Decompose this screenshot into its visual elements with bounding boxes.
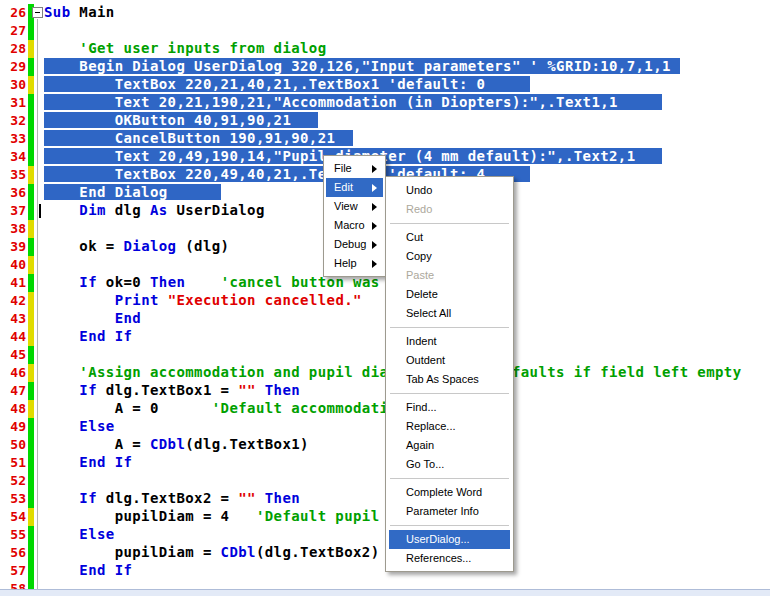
code-line: 31 Text 20,21,190,21,"Accommodation (in … [0, 94, 770, 112]
line-number: 44 [0, 328, 26, 346]
change-indicator-bar [28, 436, 34, 454]
menu-item-find[interactable]: Find... [389, 398, 510, 417]
line-number: 52 [0, 472, 26, 490]
line-number: 50 [0, 436, 26, 454]
menu-separator [388, 474, 511, 483]
line-number: 39 [0, 238, 26, 256]
code-text[interactable]: A = CDbl(dlg.TextBox1) [44, 436, 309, 454]
basic-editor-window: 26Sub Main2728 'Get user inputs from dia… [0, 0, 770, 596]
change-indicator-bar [28, 328, 34, 346]
menu-item-delete[interactable]: Delete [389, 285, 510, 304]
submenu-arrow-icon [372, 184, 377, 192]
menu-separator [388, 521, 511, 530]
menu-item-view[interactable]: View [326, 197, 383, 216]
menu-item-label: Find... [406, 401, 437, 413]
menu-item-label: Macro [334, 219, 365, 231]
menu-item-help[interactable]: Help [326, 254, 383, 273]
code-text[interactable]: OKButton 40,91,90,21 [44, 112, 318, 130]
change-indicator-bar [28, 220, 34, 238]
menu-separator [388, 219, 511, 228]
menu-item-copy[interactable]: Copy [389, 247, 510, 266]
change-indicator-bar [28, 202, 34, 220]
menu-item-select-all[interactable]: Select All [389, 304, 510, 323]
code-text[interactable]: Else [44, 418, 115, 436]
change-indicator-bar [28, 76, 34, 94]
change-indicator-bar [28, 130, 34, 148]
code-text[interactable]: ok = Dialog (dlg) [44, 238, 229, 256]
code-text[interactable]: Sub Main [44, 4, 115, 22]
change-indicator-bar [28, 94, 34, 112]
menu-item-outdent[interactable]: Outdent [389, 351, 510, 370]
menu-item-paste[interactable]: Paste [389, 266, 510, 285]
change-indicator-bar [28, 526, 34, 544]
menu-item-label: Delete [406, 288, 438, 300]
menu-item-file[interactable]: File [326, 159, 383, 178]
code-text[interactable]: TextBox 220,21,40,21,.TextBox1 'default:… [44, 76, 530, 94]
code-text[interactable]: Else [44, 526, 115, 544]
code-text[interactable]: Text 20,21,190,21,"Accommodation (in Dio… [44, 94, 662, 112]
code-text[interactable]: A = 0 'Default accommodation [44, 400, 406, 418]
menu-item-complete-word[interactable]: Complete Word [389, 483, 510, 502]
change-indicator-bar [28, 382, 34, 400]
code-text[interactable]: If dlg.TextBox1 = "" Then [44, 382, 300, 400]
menu-item-cut[interactable]: Cut [389, 228, 510, 247]
code-text[interactable]: Begin Dialog UserDialog 320,126,"Input p… [44, 58, 680, 76]
line-number: 40 [0, 256, 26, 274]
line-number: 43 [0, 310, 26, 328]
menu-item-references[interactable]: References... [389, 549, 510, 568]
menu-item-label: Help [334, 257, 357, 269]
line-number: 29 [0, 58, 26, 76]
menu-item-tab-as-spaces[interactable]: Tab As Spaces [389, 370, 510, 389]
change-indicator-bar [28, 58, 34, 76]
code-text[interactable]: End If [44, 562, 132, 580]
code-text[interactable]: End Dialog [44, 184, 221, 202]
fold-collapse-icon[interactable] [32, 7, 43, 18]
menu-item-label: View [334, 200, 358, 212]
change-indicator-bar [28, 22, 34, 40]
menu-item-label: UserDialog... [406, 533, 470, 545]
change-indicator-bar [28, 346, 34, 364]
menu-item-macro[interactable]: Macro [326, 216, 383, 235]
submenu-arrow-icon [372, 241, 377, 249]
menu-item-label: Paste [406, 269, 434, 281]
change-indicator-bar [28, 364, 34, 382]
menu-item-label: Debug [334, 238, 366, 250]
code-text[interactable]: pupilDiam = CDbl(dlg.TextBox2) [44, 544, 380, 562]
menu-item-label: Again [406, 439, 434, 451]
line-number: 37 [0, 202, 26, 220]
menu-item-indent[interactable]: Indent [389, 332, 510, 351]
horizontal-scrollbar[interactable] [0, 589, 770, 596]
code-text[interactable]: End If [44, 454, 132, 472]
menu-item-debug[interactable]: Debug [326, 235, 383, 254]
code-text[interactable]: End [44, 310, 141, 328]
change-indicator-bar [28, 490, 34, 508]
menu-item-label: Go To... [406, 458, 444, 470]
menu-item-go-to[interactable]: Go To... [389, 455, 510, 474]
line-number: 53 [0, 490, 26, 508]
line-number: 36 [0, 184, 26, 202]
code-text[interactable]: End If [44, 328, 132, 346]
code-text[interactable]: CancelButton 190,91,90,21 [44, 130, 353, 148]
code-text[interactable]: Dim dlg As UserDialog [44, 202, 265, 220]
line-number: 31 [0, 94, 26, 112]
change-indicator-bar [28, 274, 34, 292]
code-text[interactable]: If dlg.TextBox2 = "" Then [44, 490, 300, 508]
menu-item-edit[interactable]: Edit [326, 178, 383, 197]
menu-item-parameter-info[interactable]: Parameter Info [389, 502, 510, 521]
code-text[interactable]: 'Get user inputs from dialog [44, 40, 327, 58]
line-number: 57 [0, 562, 26, 580]
menu-item-undo[interactable]: Undo [389, 181, 510, 200]
menu-item-label: Edit [334, 181, 353, 193]
menu-item-label: Outdent [406, 354, 445, 366]
menu-item-again[interactable]: Again [389, 436, 510, 455]
menu-item-replace[interactable]: Replace... [389, 417, 510, 436]
change-indicator-bar [28, 508, 34, 526]
text-caret [39, 204, 41, 218]
submenu-arrow-icon [372, 222, 377, 230]
line-number: 45 [0, 346, 26, 364]
menu-item-redo[interactable]: Redo [389, 200, 510, 219]
change-indicator-bar [28, 418, 34, 436]
menu-item-userdialog[interactable]: UserDialog... [389, 530, 510, 549]
code-text[interactable]: Print "Execution cancelled." [44, 292, 362, 310]
line-number: 46 [0, 364, 26, 382]
